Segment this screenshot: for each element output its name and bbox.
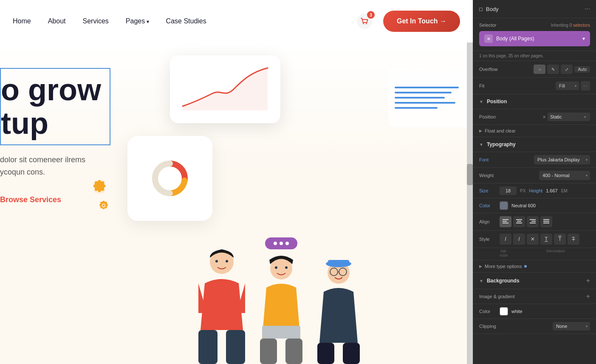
svg-point-15 xyxy=(226,260,228,262)
float-clear-row[interactable]: ▶ Float and clear xyxy=(473,125,596,137)
position-clear-btn[interactable]: ✕ xyxy=(542,115,546,119)
svg-point-1 xyxy=(363,23,364,24)
overflow-controls: ○ ✎ ⤢ Auto xyxy=(534,65,590,74)
clipping-row: Clipping None Text Border Box xyxy=(473,319,596,334)
nav-pages[interactable]: Pages xyxy=(126,17,149,25)
clipping-dropdown-wrap: None Text Border Box xyxy=(553,322,590,330)
float-clear-inner[interactable]: ▶ Float and clear xyxy=(479,128,590,133)
typography-section-header[interactable]: ▼ Typography xyxy=(473,137,596,152)
panel-more-button[interactable]: ··· xyxy=(585,5,590,13)
image-gradient-add-btn[interactable]: + xyxy=(586,293,590,300)
svg-point-19 xyxy=(275,266,277,269)
clipping-dropdown[interactable]: None Text Border Box xyxy=(553,322,590,330)
backgrounds-section-title: Backgrounds xyxy=(487,278,520,284)
decoration-label: Decoration xyxy=(539,249,573,257)
selector-count: 0 selectors xyxy=(570,23,590,28)
svg-rect-17 xyxy=(260,339,277,364)
more-type-inner[interactable]: ▶ More type options xyxy=(479,264,590,269)
overflow-btn-edit[interactable]: ✎ xyxy=(547,65,559,74)
svg-rect-18 xyxy=(285,339,302,364)
color-name: Neutral 600 xyxy=(511,203,536,208)
color-swatch[interactable] xyxy=(500,201,508,210)
selector-label-text: Selector xyxy=(479,23,496,28)
fit-more-button[interactable]: ··· xyxy=(581,81,590,90)
bg-color-swatch[interactable] xyxy=(500,307,508,316)
nav-home[interactable]: Home xyxy=(13,17,31,25)
size-input[interactable] xyxy=(500,186,517,195)
weight-dropdown[interactable]: 400 - Normal 700 - Bold xyxy=(539,171,590,180)
fit-controls: Fill Fit Auto ··· xyxy=(556,81,590,90)
selector-label-row: Selector Inheriting 0 selectors xyxy=(479,23,590,28)
cta-button[interactable]: Get In Touch → xyxy=(383,11,460,32)
svg-rect-31 xyxy=(503,221,507,222)
bg-color-row: Color white xyxy=(473,304,596,319)
align-justify-btn[interactable] xyxy=(540,216,552,227)
overflow-btn-arrows[interactable]: ⤢ xyxy=(561,65,573,74)
svg-rect-23 xyxy=(317,343,334,364)
backgrounds-add-button[interactable]: + xyxy=(586,277,590,285)
style-italic-btn[interactable]: I xyxy=(500,234,511,245)
position-section-header[interactable]: ▼ Position xyxy=(473,94,596,109)
svg-rect-24 xyxy=(343,343,360,364)
browse-services-link[interactable]: Browse Services xyxy=(0,195,110,204)
fit-dropdown[interactable]: Fill Fit Auto xyxy=(556,82,579,90)
more-type-dot xyxy=(524,265,527,268)
size-label: Size xyxy=(479,188,496,193)
bg-color-name: white xyxy=(511,309,523,314)
position-collapse-arrow: ▼ xyxy=(479,99,483,104)
selection-box: o grow tup xyxy=(0,68,110,145)
typography-collapse-arrow: ▼ xyxy=(479,142,483,147)
style-labels-row: Ital-icize Decoration xyxy=(473,248,596,260)
align-right-btn[interactable] xyxy=(527,216,539,227)
svg-rect-21 xyxy=(262,326,300,339)
selector-icon: ⊞ xyxy=(484,34,493,43)
nav-about[interactable]: About xyxy=(48,17,66,25)
overflow-btn-circle[interactable]: ○ xyxy=(534,65,545,74)
svg-point-20 xyxy=(285,266,288,269)
style-remove-btn[interactable]: ✕ xyxy=(527,234,539,245)
selector-dropdown-label: Body (All Pages) xyxy=(496,36,534,42)
canvas-scroll-handle[interactable] xyxy=(467,164,473,185)
cart-icon[interactable]: 3 xyxy=(354,11,375,31)
image-gradient-row: Image & gradient + xyxy=(473,289,596,304)
more-type-row[interactable]: ▶ More type options xyxy=(473,260,596,273)
height-label: Height xyxy=(529,188,542,193)
svg-point-8 xyxy=(161,169,179,188)
weight-label: Weight xyxy=(479,173,494,178)
style-overline-btn[interactable]: T xyxy=(554,234,566,245)
panel-title: Body xyxy=(486,6,499,12)
position-label: Position xyxy=(479,114,496,119)
svg-rect-30 xyxy=(503,219,508,220)
size-unit: PX xyxy=(520,189,525,193)
nav-case-studies[interactable]: Case Studies xyxy=(166,17,206,25)
svg-rect-41 xyxy=(543,223,549,223)
color-row: Color Neutral 600 xyxy=(473,198,596,213)
svg-rect-32 xyxy=(503,223,508,223)
overflow-btn-auto[interactable]: Auto xyxy=(574,66,590,73)
hero-headline-line1: o grow xyxy=(1,73,101,107)
position-value[interactable]: Static ▾ xyxy=(548,113,590,121)
svg-rect-34 xyxy=(517,221,521,222)
svg-rect-40 xyxy=(543,221,549,222)
chart-card xyxy=(170,55,280,123)
more-type-expand: ▶ xyxy=(479,264,482,268)
cart-badge: 3 xyxy=(367,11,375,19)
style-strikethrough-btn[interactable]: T xyxy=(568,234,579,245)
bars-card xyxy=(388,68,473,127)
overflow-row: Overflow ○ ✎ ⤢ Auto xyxy=(473,61,596,78)
selector-dropdown[interactable]: ⊞ Body (All Pages) ▾ xyxy=(479,31,590,46)
align-label: Align xyxy=(479,219,496,224)
position-value-text: Static xyxy=(550,114,562,119)
align-center-btn[interactable] xyxy=(513,216,525,227)
style-underline-btn[interactable]: T xyxy=(540,234,552,245)
style-buttons: I I ✕ T T T xyxy=(500,234,579,245)
font-dropdown[interactable]: Plus Jakarta Display xyxy=(534,155,590,164)
style-bold-italic-btn[interactable]: I xyxy=(513,234,525,245)
canvas-scrollbar[interactable] xyxy=(467,0,473,364)
svg-rect-36 xyxy=(530,219,536,220)
align-left-btn[interactable] xyxy=(500,216,511,227)
nav-services[interactable]: Services xyxy=(83,17,109,25)
position-section-title: Position xyxy=(487,99,507,104)
image-gradient-label: Image & gradient xyxy=(479,294,515,299)
backgrounds-section-header[interactable]: ▼ Backgrounds + xyxy=(473,273,596,289)
